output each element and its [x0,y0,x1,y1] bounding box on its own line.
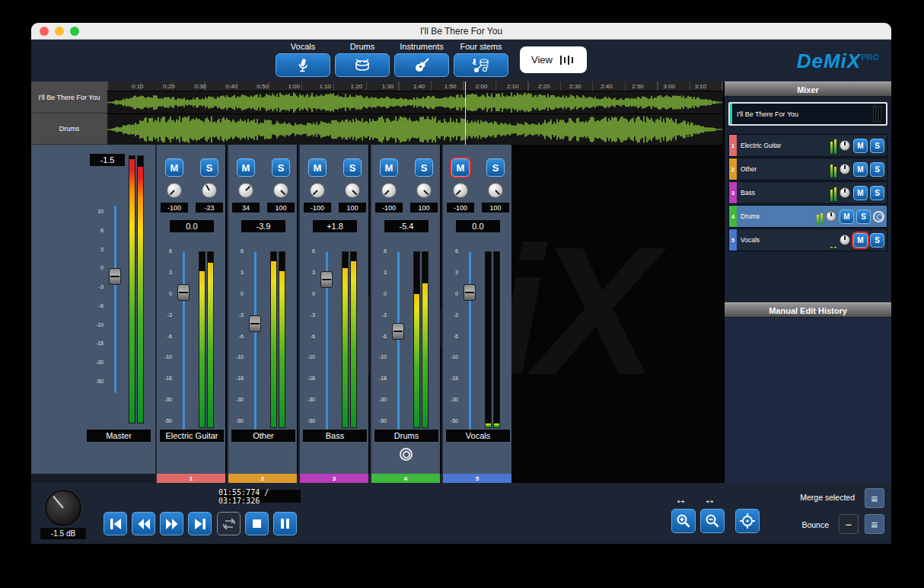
pan-value[interactable]: -100 [304,203,331,213]
row-isolate-target-icon[interactable] [873,211,884,222]
gain-value[interactable]: +1.8 [313,220,357,232]
row-pan-knob[interactable] [826,211,836,222]
fader-track[interactable] [254,251,256,433]
width-knob[interactable] [488,183,503,198]
fader-handle[interactable] [464,284,476,301]
master-volume-value[interactable]: -1.5 dB [40,528,86,539]
timeline-ruler[interactable]: 0:100:200:300:400:501:001:101:201:301:40… [107,81,723,91]
master-fader-handle[interactable] [109,268,121,285]
width-knob[interactable] [202,183,217,198]
row-mute-button[interactable]: M [853,139,868,153]
zoom-in-button[interactable] [671,509,696,533]
sidebar-row-drums-selected[interactable]: 4 Drums M S [728,205,887,228]
width-value[interactable]: 100 [410,203,438,213]
pan-knob[interactable] [167,183,182,198]
vocals-stem-button[interactable] [276,53,330,77]
master-gain-value[interactable]: -1.5 [90,154,125,166]
gain-value[interactable]: -3.9 [241,220,285,232]
solo-button[interactable]: S [343,158,362,177]
track-row-mix[interactable]: I'll Be There For You [31,81,107,113]
bounce-remove-button[interactable]: − [839,514,859,534]
row-solo-button[interactable]: S [870,139,884,153]
stop-button[interactable] [245,512,269,535]
solo-button[interactable]: S [415,158,433,177]
gain-value[interactable]: 0.0 [170,220,214,232]
fader-handle[interactable] [249,315,261,332]
pan-value[interactable]: -100 [161,203,188,213]
mute-button[interactable]: M [165,158,183,177]
pan-value[interactable]: -100 [447,203,474,213]
fader-track[interactable] [469,251,471,433]
solo-button[interactable]: S [200,158,218,177]
width-knob[interactable] [416,183,432,198]
isolate-target-icon[interactable] [400,448,413,461]
width-knob[interactable] [273,183,288,198]
mute-button[interactable]: M [308,158,327,177]
row-mute-button[interactable]: M [853,186,868,200]
width-value[interactable]: 100 [482,203,509,213]
pan-value[interactable]: 34 [232,203,260,213]
row-mute-button-active[interactable]: M [853,233,868,248]
solo-button[interactable]: S [486,158,505,177]
mute-button[interactable]: M [237,158,255,177]
pan-value[interactable]: -100 [375,203,403,213]
solo-button[interactable]: S [272,158,290,177]
row-name: Other [737,165,830,173]
fader-handle[interactable] [177,284,190,301]
skip-to-start-button[interactable] [104,512,127,535]
sidebar-row-electric-guitar[interactable]: 1 Electric Guitar M S [728,134,887,157]
zoom-out-button[interactable] [700,509,725,533]
playhead[interactable] [465,81,466,145]
row-pan-knob[interactable] [840,140,850,151]
loop-button[interactable] [217,512,241,535]
bounce-menu-button[interactable]: ≡ [865,514,884,534]
pan-knob[interactable] [238,183,253,198]
row-mute-button[interactable]: M [840,209,854,224]
row-solo-button[interactable]: S [870,162,884,177]
gain-value[interactable]: 0.0 [456,220,500,232]
row-pan-knob[interactable] [840,235,850,245]
fader-track[interactable] [397,251,400,433]
width-value[interactable]: 100 [339,203,366,213]
pause-button[interactable] [273,512,297,535]
row-solo-button[interactable]: S [856,209,871,224]
fader-handle[interactable] [320,271,333,288]
close-window-button[interactable] [40,27,49,36]
drums-stem-button[interactable] [335,53,390,77]
gain-value[interactable]: -5.4 [384,220,429,232]
zoom-window-button[interactable] [70,27,79,36]
merge-menu-button[interactable]: ≡ [865,488,884,508]
waveform-mix[interactable] [107,91,723,113]
master-fader-track[interactable] [114,206,116,393]
sidebar-row-vocals[interactable]: 5 Vocals M S [728,228,887,251]
mute-button[interactable]: M [380,158,398,177]
view-button[interactable]: View [520,46,587,73]
fast-forward-button[interactable] [160,512,183,535]
pan-knob[interactable] [310,183,325,198]
pan-knob[interactable] [453,183,468,198]
four-stems-button[interactable] [454,53,508,77]
fader-track[interactable] [183,251,185,433]
row-solo-button[interactable]: S [870,186,884,200]
row-solo-button[interactable]: S [870,233,884,248]
sidebar-master-track[interactable]: I'll Be There For You [728,102,887,126]
fader-handle[interactable] [392,323,404,340]
track-row-drums[interactable]: Drums [31,113,107,145]
mute-button-active[interactable]: M [451,158,470,177]
master-volume-knob[interactable] [45,490,81,526]
skip-to-end-button[interactable] [188,512,212,535]
sidebar-row-other[interactable]: 2 Other M S [728,158,887,181]
instruments-stem-button[interactable] [394,53,449,77]
locate-playhead-button[interactable] [735,509,760,533]
row-mute-button[interactable]: M [853,162,868,177]
row-pan-knob[interactable] [840,187,850,198]
pan-knob[interactable] [381,183,397,198]
row-pan-knob[interactable] [840,164,850,174]
width-value[interactable]: -23 [196,203,223,213]
waveform-drums[interactable] [107,113,723,145]
width-knob[interactable] [345,183,360,198]
minimize-window-button[interactable] [55,27,64,36]
width-value[interactable]: 100 [267,203,295,213]
rewind-button[interactable] [132,512,155,535]
sidebar-row-bass[interactable]: 3 Bass M S [728,181,887,204]
